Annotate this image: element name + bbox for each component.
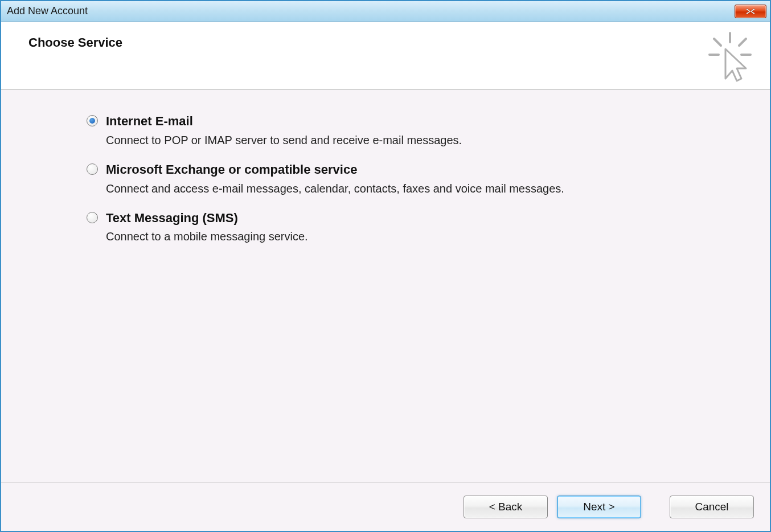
option-exchange[interactable]: Microsoft Exchange or compatible service…	[87, 161, 736, 197]
radio-internet-email[interactable]	[87, 115, 98, 126]
add-account-dialog: Add New Account Choose Service	[0, 0, 771, 532]
close-icon	[745, 8, 756, 15]
option-text: Text Messaging (SMS) Connect to a mobile…	[106, 210, 308, 245]
wizard-body: Internet E-mail Connect to POP or IMAP s…	[1, 90, 770, 482]
option-text: Internet E-mail Connect to POP or IMAP s…	[106, 113, 462, 149]
svg-line-1	[714, 39, 721, 46]
svg-line-2	[739, 39, 746, 46]
cursor-click-icon	[706, 32, 754, 85]
page-heading: Choose Service	[28, 35, 122, 50]
back-button-label: < Back	[489, 501, 523, 513]
option-title: Microsoft Exchange or compatible service	[106, 161, 564, 179]
option-text: Microsoft Exchange or compatible service…	[106, 161, 564, 197]
titlebar[interactable]: Add New Account	[1, 1, 770, 22]
cancel-button-label: Cancel	[695, 501, 728, 513]
cancel-button[interactable]: Cancel	[670, 496, 754, 518]
wizard-footer: < Back Next > Cancel	[1, 482, 770, 531]
option-sms[interactable]: Text Messaging (SMS) Connect to a mobile…	[87, 210, 736, 245]
option-description: Connect to POP or IMAP server to send an…	[106, 132, 462, 149]
option-title: Internet E-mail	[106, 113, 462, 130]
radio-sms[interactable]	[87, 212, 98, 223]
wizard-header: Choose Service	[1, 22, 770, 90]
radio-exchange[interactable]	[87, 163, 98, 175]
close-button[interactable]	[735, 5, 766, 18]
next-button-label: Next >	[583, 501, 614, 513]
option-title: Text Messaging (SMS)	[106, 210, 308, 227]
option-internet-email[interactable]: Internet E-mail Connect to POP or IMAP s…	[87, 113, 736, 149]
option-description: Connect and access e-mail messages, cale…	[106, 180, 564, 197]
next-button[interactable]: Next >	[557, 496, 641, 518]
option-description: Connect to a mobile messaging service.	[106, 228, 308, 245]
window-title: Add New Account	[7, 5, 735, 17]
back-button[interactable]: < Back	[464, 496, 548, 518]
